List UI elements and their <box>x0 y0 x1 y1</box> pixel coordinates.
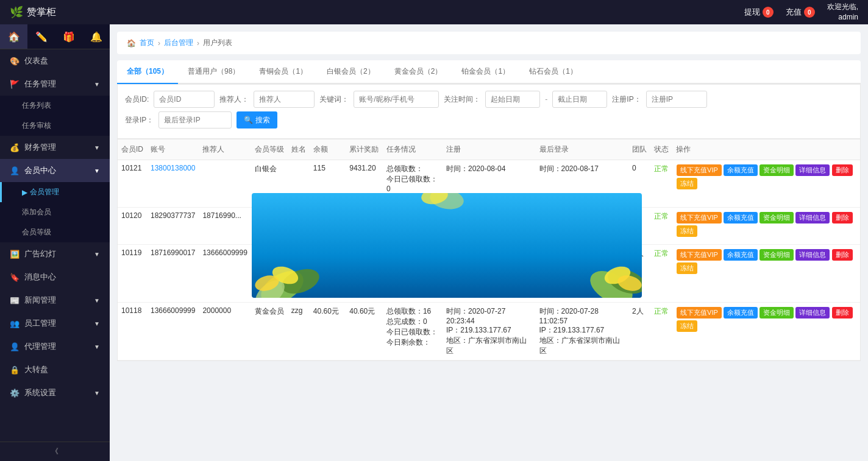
sidebar-item-staff[interactable]: 👥 员工管理 ▼ <box>0 312 110 335</box>
cell-rewards <box>346 208 383 245</box>
sidebar-item-task[interactable]: 🚩 任务管理 ▼ <box>0 72 110 96</box>
sidebar-item-message[interactable]: 🔖 消息中心 <box>0 266 110 289</box>
btn-freeze-10118[interactable]: 冻结 <box>677 320 697 332</box>
btn-delete-10118[interactable]: 删除 <box>832 307 853 318</box>
cell-actions: 线下充值VIP 余额充值 资金明细 详细信息 删除 冻结 <box>672 303 860 361</box>
cell-balance: 115 <box>310 160 346 208</box>
btn-detail-10118[interactable]: 详细信息 <box>795 307 830 318</box>
btn-finance-10118[interactable]: 资金明细 <box>760 307 794 318</box>
search-icon: 🔍 <box>244 116 253 124</box>
sidebar-item-staff-label: 员工管理 <box>24 318 56 329</box>
cell-last-login: 时间：2020-08-04 22:56:04IP：112.47.155.173地… <box>536 245 629 303</box>
sidebar-icon-bell[interactable]: 🔔 <box>82 24 110 49</box>
sidebar-item-task-review-label: 任务审核 <box>22 121 51 131</box>
wheel-icon: 🔒 <box>10 365 20 375</box>
btn-detail-10120[interactable]: 详细信息 <box>795 212 830 223</box>
recharge-btn[interactable]: 充值 0 <box>786 7 815 18</box>
register-ip-input[interactable] <box>646 91 707 108</box>
sidebar-item-ad-left: 🖼️ 广告幻灯 <box>10 248 56 259</box>
breadcrumb: 🏠 首页 › 后台管理 › 用户列表 <box>117 32 861 54</box>
last-login-ip-input[interactable] <box>158 111 232 128</box>
sidebar-icon-edit[interactable]: ✏️ <box>27 24 55 49</box>
sidebar-item-wheel[interactable]: 🔒 大转盘 <box>0 358 110 381</box>
btn-recharge-10121[interactable]: 余额充值 <box>724 164 758 176</box>
tab-normal[interactable]: 普通用户（98） <box>178 60 249 84</box>
btn-recharge-10120[interactable]: 余额充值 <box>724 212 758 223</box>
btn-vip-10120[interactable]: 线下充值VIP <box>677 212 722 223</box>
btn-freeze-10121[interactable]: 冻结 <box>677 178 697 189</box>
withdraw-btn[interactable]: 提现 0 <box>744 7 774 18</box>
tab-silver[interactable]: 白银会员（2） <box>317 60 385 84</box>
sidebar-icon-gift[interactable]: 🎁 <box>55 24 82 49</box>
filter-area: 会员ID: 推荐人： 关键词： 关注时间： - 注册IP： 登录IP： <box>117 84 861 139</box>
cell-register: 时间：2020-07-27 20:23:44IP：219.133.177.67地… <box>443 303 536 361</box>
btn-delete-10121[interactable]: 删除 <box>832 164 853 176</box>
btn-finance-10121[interactable]: 资金明细 <box>760 164 794 176</box>
cell-id: 10120 <box>118 208 147 245</box>
btn-finance-10119[interactable]: 资金明细 <box>760 249 794 261</box>
sidebar-icon-home[interactable]: 🏠 <box>0 24 27 49</box>
cell-balance: 40.60元 <box>310 303 346 361</box>
sidebar-item-news[interactable]: 📰 新闻管理 ▼ <box>0 289 110 312</box>
sidebar-item-member-add-label: 添加会员 <box>22 207 51 217</box>
sidebar-item-system[interactable]: ⚙️ 系统设置 ▼ <box>0 381 110 404</box>
sidebar-item-member[interactable]: 👤 会员中心 ▼ <box>0 159 110 182</box>
active-indicator: ▶ <box>22 188 27 197</box>
keyword-input[interactable] <box>354 91 439 108</box>
sidebar-collapse-btn[interactable]: 《 <box>0 442 110 461</box>
cell-register: 时间：2020-08-04 <box>443 160 536 208</box>
sidebar-item-finance[interactable]: 💰 财务管理 ▼ <box>0 136 110 159</box>
sidebar-item-task-review[interactable]: 任务审核 <box>0 116 110 136</box>
tab-gold[interactable]: 黄金会员（2） <box>385 60 452 84</box>
dashboard-icon: 🎨 <box>10 57 20 66</box>
btn-detail-10119[interactable]: 详细信息 <box>795 249 830 261</box>
th-balance: 余额 <box>310 139 346 160</box>
btn-recharge-10118[interactable]: 余额充值 <box>724 307 758 318</box>
tab-bronze[interactable]: 青铜会员（1） <box>249 60 317 84</box>
cell-status: 正常 <box>650 245 672 303</box>
cell-name: 呵呵 <box>288 245 310 303</box>
sidebar-item-task-list[interactable]: 任务列表 <box>0 96 110 116</box>
tab-all[interactable]: 全部（105） <box>117 60 178 84</box>
action-btns-10121: 线下充值VIP 余额充值 资金明细 详细信息 删除 冻结 <box>676 164 856 190</box>
th-rewards: 累计奖励 <box>346 139 383 160</box>
cell-account: 13800138000 <box>147 160 199 208</box>
btn-finance-10120[interactable]: 资金明细 <box>760 212 794 223</box>
sidebar-item-member-level[interactable]: 会员等级 <box>0 222 110 242</box>
sidebar-item-member-add[interactable]: 添加会员 <box>0 202 110 222</box>
btn-delete-10120[interactable]: 删除 <box>832 212 853 223</box>
agent-icon: 👤 <box>10 342 20 351</box>
cell-referrer <box>199 160 251 208</box>
btn-vip-10119[interactable]: 线下充值VIP <box>677 249 722 261</box>
referrer-input[interactable] <box>254 91 315 108</box>
cell-tasks: 今日已领取数：0今日剩余数：10 <box>383 208 443 245</box>
cell-balance: 121.24元 <box>310 245 346 303</box>
btn-freeze-10119[interactable]: 冻结 <box>677 262 697 274</box>
cell-team: 2人 <box>628 303 650 361</box>
btn-freeze-10120[interactable]: 冻结 <box>677 225 697 237</box>
sidebar-item-agent[interactable]: 👤 代理管理 ▼ <box>0 335 110 358</box>
btn-recharge-10119[interactable]: 余额充值 <box>724 249 758 261</box>
sidebar-item-ad[interactable]: 🖼️ 广告幻灯 ▼ <box>0 242 110 266</box>
breadcrumb-back[interactable]: 后台管理 <box>164 38 193 48</box>
cell-register: 地区：重庆市 <box>443 208 536 245</box>
btn-vip-10121[interactable]: 线下充值VIP <box>677 164 722 176</box>
btn-delete-10119[interactable]: 删除 <box>832 249 853 261</box>
table-row: 10119 18716990017 13666009999 钻石会员 呵呵 12… <box>118 245 860 303</box>
cell-name <box>288 160 310 208</box>
breadcrumb-home-label[interactable]: 首页 <box>140 38 154 48</box>
tab-platinum[interactable]: 铂金会员（1） <box>452 60 519 84</box>
btn-vip-10118[interactable]: 线下充值VIP <box>677 307 722 318</box>
start-date-input[interactable] <box>485 91 540 108</box>
tab-diamond[interactable]: 钻石会员（1） <box>519 60 587 84</box>
cell-level: 黄金会员 <box>251 303 288 361</box>
member-id-input[interactable] <box>154 91 215 108</box>
end-date-input[interactable] <box>552 91 607 108</box>
user-table: 会员ID 账号 推荐人 会员等级 姓名 余额 累计奖励 任务情况 注册 最后登录… <box>118 139 860 361</box>
sidebar-item-dashboard[interactable]: 🎨 仪表盘 <box>0 49 110 72</box>
search-button[interactable]: 🔍 搜索 <box>237 111 277 128</box>
sidebar-item-member-manage[interactable]: ▶ 会员管理 <box>0 182 110 202</box>
register-ip-label: 注册IP： <box>612 94 641 105</box>
btn-detail-10121[interactable]: 详细信息 <box>795 164 830 176</box>
sidebar-item-news-left: 📰 新闻管理 <box>10 295 56 306</box>
